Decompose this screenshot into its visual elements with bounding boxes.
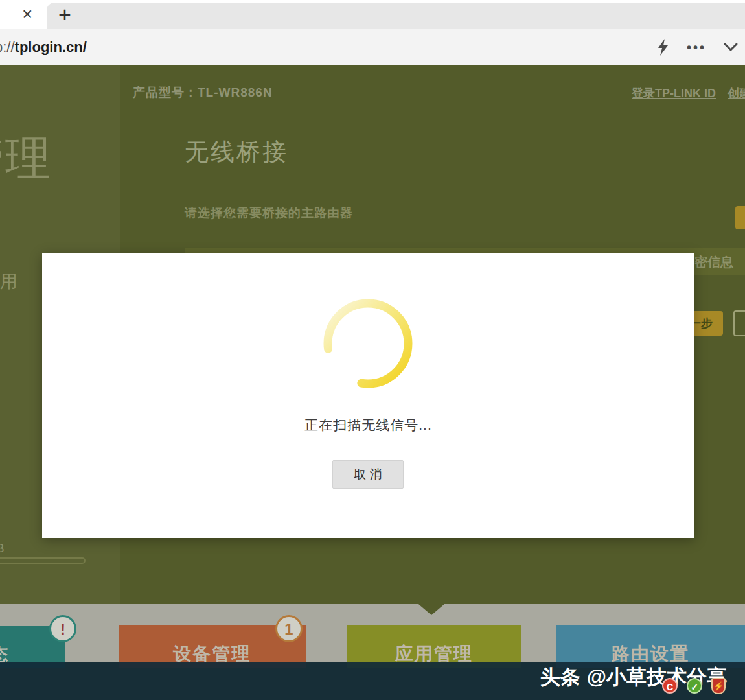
active-tab-notch <box>418 604 444 615</box>
scanning-dialog: 正在扫描无线信号... 取 消 <box>42 253 694 538</box>
address-bar[interactable]: p://tplogin.cn/ ••• <box>0 29 745 65</box>
device-count-badge: 1 <box>275 615 303 642</box>
loading-spinner-icon <box>316 292 420 398</box>
green-circle-icon: ✓ <box>687 678 702 694</box>
watermark-brand: 头条 <box>540 666 580 688</box>
product-model: 产品型号：TL-WR886N <box>133 84 273 101</box>
nav-tile-app-manage[interactable]: 应用管理 <box>347 625 522 668</box>
left-panel-text-b: B <box>0 541 5 555</box>
url-scheme: p:// <box>0 39 15 55</box>
nav-tile-router-settings[interactable]: 路由设置 <box>556 625 745 668</box>
scanning-status-text: 正在扫描无线信号... <box>42 416 694 434</box>
red-circle-icon: C <box>662 678 678 694</box>
create-tplink-id-link[interactable]: 创建 <box>728 87 745 100</box>
watermark-text: 头条@小草技术分享 C ✓ ⚡ <box>540 664 727 691</box>
watermark-icons: C ✓ ⚡ <box>662 678 726 694</box>
browser-tab-bar: × + <box>0 0 745 29</box>
page-title: 无线桥接 <box>185 136 288 169</box>
new-tab-button[interactable]: + <box>58 1 71 27</box>
lightning-icon[interactable] <box>657 39 670 56</box>
url-domain: tplogin.cn/ <box>15 39 87 55</box>
product-model-label: 产品型号： <box>133 86 198 99</box>
tab-close-icon[interactable]: × <box>22 3 32 26</box>
menu-dots-icon[interactable]: ••• <box>687 40 706 55</box>
red-shield-icon: ⚡ <box>711 678 726 694</box>
secondary-button-partial[interactable] <box>733 310 745 336</box>
screenshot-root: × + p://tplogin.cn/ ••• 管理 用 B 产品型号：TL <box>0 0 745 700</box>
left-panel-text-large: 管理 <box>0 128 52 189</box>
signal-slider-track[interactable] <box>0 557 86 564</box>
header-account-links: 登录TP-LINK ID创建 <box>632 86 745 101</box>
chevron-down-icon[interactable] <box>723 42 739 52</box>
address-bar-icons: ••• <box>657 29 739 65</box>
footer-bar: 头条@小草技术分享 C ✓ ⚡ <box>0 662 745 700</box>
product-model-value: TL-WR886N <box>198 86 273 99</box>
status-alert-badge: ! <box>49 615 76 642</box>
cancel-button[interactable]: 取 消 <box>332 460 404 489</box>
left-panel-text-small: 用 <box>0 270 17 293</box>
scan-button-partial[interactable] <box>735 206 745 229</box>
url-text[interactable]: p://tplogin.cn/ <box>0 29 87 65</box>
page-subtitle: 请选择您需要桥接的主路由器 <box>185 205 353 222</box>
new-tab-area: + <box>47 3 745 29</box>
login-tplink-id-link[interactable]: 登录TP-LINK ID <box>632 87 716 100</box>
